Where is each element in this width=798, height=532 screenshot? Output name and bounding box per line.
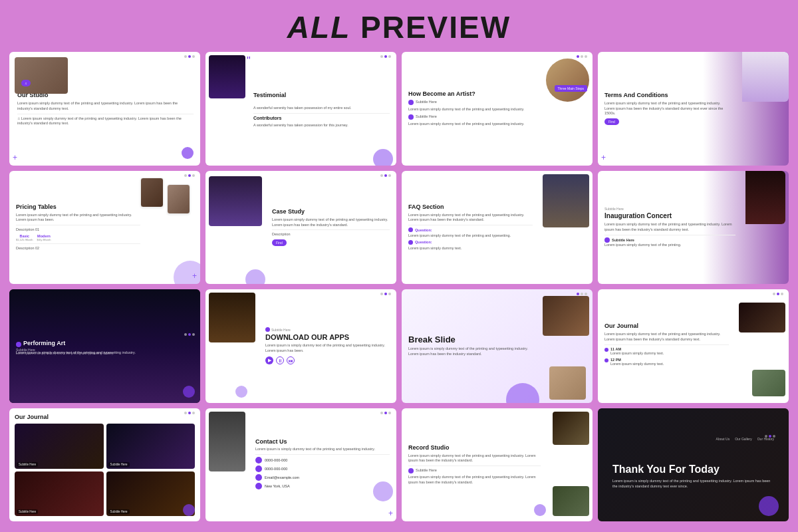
page-title: ALL: [287, 10, 350, 45]
contact-phone1: 0000-000-000: [265, 458, 287, 462]
slide-how-become: How Become an Artist? Subtitle Here Lore…: [402, 52, 593, 166]
journal-img3: Subtitle Here: [15, 471, 104, 516]
pricing-person1: [140, 178, 164, 207]
apps-subtitle: Subtitle Here: [271, 328, 291, 332]
phone-icon1: [255, 457, 262, 464]
pricing-text: Lorem ipsum simply dummy text of the pri…: [16, 213, 140, 223]
app-icon3[interactable]: ⏭: [287, 356, 295, 364]
step2-text: Lorem ipsum simply dummy text of the pri…: [408, 122, 536, 127]
terms-plus: +: [601, 153, 606, 162]
artist-photo: [546, 59, 589, 102]
break-photo2: [549, 366, 586, 400]
terms-btn[interactable]: Find: [604, 118, 619, 125]
terms-title: Terms And Conditions: [604, 92, 729, 99]
slide-break: Break Slide Lorem ipsum is simply dummy …: [402, 289, 593, 403]
terms-text: Lorem ipsum simply dummy text of the pri…: [604, 101, 729, 116]
concert-subtitle2: Subtitle Here: [612, 238, 634, 242]
journal-title-r: Our Journal: [604, 323, 729, 330]
case-desc: Description: [272, 232, 390, 237]
slide-inauguration: Subtitle Here Inauguration Concert Lorem…: [598, 171, 789, 285]
contact-text: Lorem ipsum is simply dummy text of the …: [255, 447, 390, 452]
nav-about[interactable]: About Us: [716, 437, 730, 441]
step1-label: Subtitle Here: [416, 100, 437, 105]
plan2-price: $4/y /Month: [37, 238, 51, 241]
slide-record-studio: Record Studio Lorem ipsum simply dummy t…: [402, 408, 593, 522]
three-steps-badge: Three Main Steps: [555, 85, 587, 92]
break-photo1: [543, 296, 589, 336]
pricing-person2: [167, 184, 190, 214]
faq-title: FAQ Section: [408, 203, 533, 211]
nav-history[interactable]: Our History: [757, 437, 774, 441]
slide-download-apps: Subtitle Here DOWNLOAD OUR APPS Lorem ip…: [205, 289, 396, 403]
concert-text: Lorem ipsum simply dummy text of the pri…: [604, 222, 735, 232]
page-header: ALL PREVIEW: [0, 0, 798, 52]
faq-q1: Question:: [415, 228, 432, 232]
thankyou-title: Thank You For Today: [612, 464, 774, 475]
slide-faq: FAQ Section Lorem ipsum simply dummy tex…: [402, 171, 593, 285]
studio-badge: ♫: [21, 80, 31, 86]
performing-title: Performing Art: [23, 340, 65, 347]
page-title-normal: PREVIEW: [350, 10, 511, 45]
case-title: Case Study: [272, 208, 390, 215]
apps-text: Lorem ipsum is simply dummy text of the …: [265, 343, 390, 353]
pricing-plus: +: [192, 271, 197, 281]
app-icon1[interactable]: ▶: [265, 356, 273, 364]
slide-case-study: Case Study Lorem ipsum simply dummy text…: [205, 171, 396, 285]
faq-q2: Question:: [415, 240, 432, 244]
journal-img1: Subtitle Here: [15, 424, 104, 468]
contact-address: New York, USA: [265, 484, 290, 488]
case-text: Lorem ipsum simply dummy text of the pri…: [272, 217, 390, 227]
journal-grid-title: Our Journal: [15, 414, 195, 421]
thankyou-text: Lorem ipsum is simply dummy text of the …: [612, 479, 774, 489]
journal-img4-caption: Subtitle Here: [108, 509, 130, 514]
faq-a2: Lorem ipsum simply dummy text.: [408, 246, 533, 251]
journal-caption2: Lorem ipsum simply dummy text.: [610, 362, 664, 367]
record-photo2: [553, 486, 589, 516]
howbecome-title: How Become an Artist?: [408, 90, 536, 98]
testimonial-text: A wonderful serenity has taken possessio…: [253, 106, 390, 111]
app-icon2[interactable]: ⏸: [276, 356, 284, 364]
concert-text2: Lorem ipsum simply dummy text of the pri…: [604, 243, 735, 248]
slide-testimonial: Testimonial " A wonderful serenity has t…: [205, 52, 396, 166]
faq-text: Lorem ipsum simply dummy text of the pri…: [408, 213, 533, 223]
concert-subtitle-top: Subtitle Here: [604, 207, 735, 211]
concert-photo: [745, 171, 785, 224]
slide-journal-right: Our Journal Lorem ipsum simply dummy tex…: [598, 289, 789, 403]
journal-img3-caption: Subtitle Here: [17, 509, 38, 514]
journal-photo2: [752, 370, 785, 396]
testimonial-photo: [209, 55, 245, 98]
journal-img2: Subtitle Here: [106, 424, 196, 468]
record-text: Lorem ipsum simply dummy text of the pri…: [408, 454, 541, 464]
plus-icon: +: [13, 153, 17, 162]
slide-journal-grid: Our Journal Subtitle Here Subtitle Here …: [9, 408, 200, 522]
slides-grid: ♫ Our Studio Lorem ipsum simply dummy te…: [0, 52, 798, 531]
faq-photo: [543, 174, 589, 227]
email-icon: [255, 474, 262, 481]
contact-title: Contact Us: [255, 438, 390, 446]
contributor-text: A wonderful serenity has taken possessio…: [253, 123, 390, 128]
phone-icon2: [255, 466, 262, 472]
quote-icon: ": [247, 55, 251, 67]
case-photo: [209, 176, 262, 226]
concert-title: Inauguration Concert: [604, 212, 735, 220]
contributor-label: Contributors: [253, 116, 390, 121]
studio-text: Lorem ipsum simply dummy text of the pri…: [17, 101, 194, 111]
faq-a1: Lorem ipsum simply dummy text of the pri…: [408, 233, 533, 239]
journal-text-r: Lorem ipsum simply dummy text of the pri…: [604, 332, 729, 342]
address-icon: [255, 483, 262, 489]
journal-img2-caption: Subtitle Here: [108, 462, 130, 467]
contact-plus: +: [388, 509, 393, 518]
nav-gallery[interactable]: Our Gallery: [735, 437, 752, 441]
slide-thank-you: About Us Our Gallery Our History Thank Y…: [598, 408, 789, 522]
break-text: Lorem ipsum is simply dummy text of the …: [408, 346, 533, 356]
apps-title: DOWNLOAD OUR APPS: [265, 333, 390, 341]
journal-img1-caption: Subtitle Here: [17, 462, 38, 467]
slide-contact: Contact Us Lorem ipsum is simply dummy t…: [205, 408, 396, 522]
performing-subtext: Lorem ipsum is simply dummy text of the …: [16, 352, 114, 355]
studio-subtext: ♫ Lorem ipsum simply dummy text of the p…: [17, 116, 194, 126]
testimonial-title: Testimonial: [253, 92, 390, 99]
case-btn[interactable]: Find: [272, 239, 287, 246]
contact-photo: [209, 412, 245, 471]
journal-photo1: [739, 303, 785, 332]
plan1-price: $1,125 /Month: [16, 238, 33, 241]
